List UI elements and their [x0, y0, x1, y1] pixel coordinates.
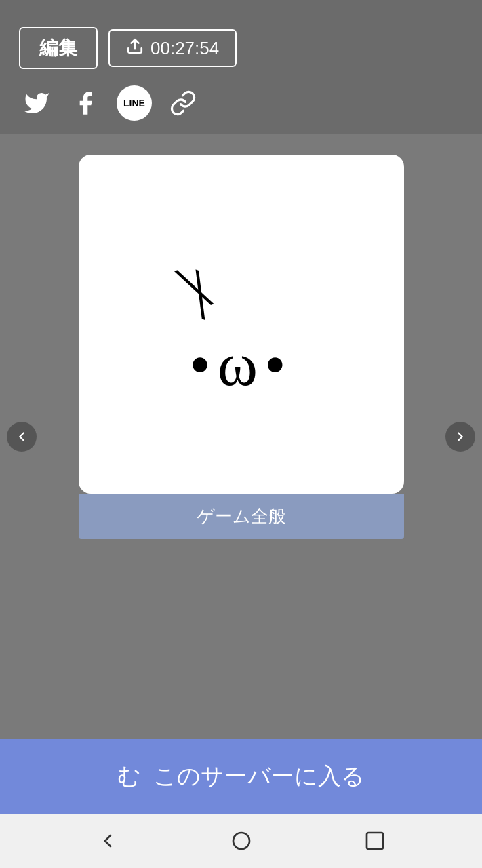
- line-label: LINE: [123, 98, 145, 108]
- facebook-icon[interactable]: [68, 85, 103, 121]
- join-button[interactable]: む このサーバーに入る: [0, 739, 482, 814]
- server-card: ╲ ╲ •ω•: [79, 155, 404, 494]
- android-nav-bar: [0, 814, 482, 868]
- prev-arrow[interactable]: [7, 422, 37, 452]
- category-label: ゲーム全般: [197, 506, 286, 526]
- twitter-icon[interactable]: [19, 85, 54, 121]
- timer-button[interactable]: 00:27:54: [108, 29, 237, 67]
- join-icon: む: [117, 761, 141, 792]
- timer-label: 00:27:54: [150, 38, 219, 59]
- svg-point-1: [233, 833, 249, 849]
- category-bar: ゲーム全般: [79, 494, 404, 539]
- home-button[interactable]: [224, 823, 259, 859]
- upload-icon: [126, 37, 144, 59]
- edit-button[interactable]: 編集: [19, 27, 98, 69]
- button-row: 編集 00:27:54: [19, 27, 463, 69]
- next-arrow[interactable]: [445, 422, 475, 452]
- link-icon[interactable]: [165, 85, 201, 121]
- share-row: LINE: [19, 85, 463, 121]
- top-bar: 編集 00:27:54: [0, 0, 482, 134]
- main-content: ╲ ╲ •ω• ゲーム全般: [0, 134, 482, 739]
- back-button[interactable]: [90, 823, 125, 859]
- join-label: このサーバーに入る: [153, 761, 365, 792]
- recent-button[interactable]: [357, 823, 393, 859]
- svg-rect-2: [367, 833, 383, 849]
- line-icon[interactable]: LINE: [117, 85, 152, 121]
